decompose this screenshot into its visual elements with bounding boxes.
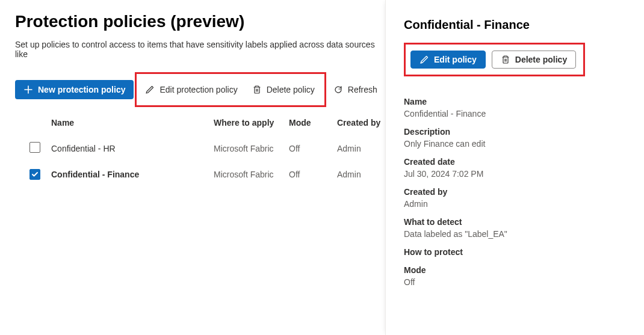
table-row[interactable]: Confidential - HR Microsoft Fabric Off A… (15, 135, 385, 162)
highlighted-toolbar-actions: Edit protection policy Delete policy (135, 72, 326, 107)
panel-title: Confidential - Finance (404, 18, 632, 32)
detail-description-value: Only Finance can edit (404, 139, 632, 149)
detail-what-label: What to detect (404, 217, 632, 227)
main-content: Protection policies (preview) Set up pol… (0, 0, 385, 335)
refresh-button-label: Refresh (348, 85, 377, 94)
trash-icon (501, 55, 510, 64)
row-where: Microsoft Fabric (214, 170, 289, 179)
checkmark-icon (31, 171, 39, 178)
refresh-icon (333, 85, 343, 94)
highlighted-panel-actions: Edit policy Delete policy (404, 43, 585, 76)
col-name-header[interactable]: Name (51, 118, 214, 128)
detail-mode-value: Off (404, 277, 632, 287)
col-created-header[interactable]: Created by (337, 118, 385, 128)
pencil-icon (420, 55, 429, 64)
col-mode-header[interactable]: Mode (289, 118, 337, 128)
edit-policy-button[interactable]: Edit policy (410, 51, 486, 69)
detail-mode-label: Mode (404, 265, 632, 275)
table-header: Name Where to apply Mode Created by (15, 118, 385, 135)
delete-policy-button[interactable]: Delete policy (245, 80, 322, 99)
row-mode: Off (289, 170, 337, 179)
row-created: Admin (337, 144, 385, 153)
row-where: Microsoft Fabric (214, 144, 289, 153)
detail-name-value: Confidential - Finance (404, 109, 632, 118)
detail-created-by-value: Admin (404, 199, 632, 209)
row-name: Confidential - Finance (51, 170, 214, 179)
table-row[interactable]: Confidential - Finance Microsoft Fabric … (15, 162, 385, 187)
detail-created-date-label: Created date (404, 157, 632, 167)
page-subtitle: Set up policies to control access to ite… (15, 40, 385, 59)
pencil-icon (145, 85, 155, 94)
detail-how-label: How to protect (404, 247, 632, 257)
row-checkbox[interactable] (29, 169, 40, 180)
page-title: Protection policies (preview) (15, 12, 385, 31)
new-protection-policy-button[interactable]: New protection policy (15, 80, 134, 99)
detail-created-by-label: Created by (404, 187, 632, 197)
delete-policy-label: Delete policy (515, 55, 567, 64)
plus-icon (23, 85, 33, 94)
refresh-button[interactable]: Refresh (326, 80, 385, 99)
col-where-header[interactable]: Where to apply (214, 118, 289, 128)
row-mode: Off (289, 144, 337, 153)
edit-button-label: Edit protection policy (159, 85, 237, 94)
new-button-label: New protection policy (38, 85, 125, 94)
detail-description-label: Description (404, 127, 632, 137)
row-checkbox[interactable] (29, 142, 40, 153)
detail-what-value: Data labeled as "Label_EA" (404, 229, 632, 239)
detail-created-date-value: Jul 30, 2024 7:02 PM (404, 169, 632, 179)
detail-name-label: Name (404, 97, 632, 106)
details-panel: Confidential - Finance Edit policy Delet… (385, 0, 644, 335)
toolbar: New protection policy Edit protection po… (15, 72, 385, 107)
delete-policy-panel-button[interactable]: Delete policy (492, 51, 576, 69)
trash-icon (252, 85, 262, 94)
delete-button-label: Delete policy (267, 85, 315, 94)
row-name: Confidential - HR (51, 144, 214, 153)
edit-protection-policy-button[interactable]: Edit protection policy (138, 80, 244, 99)
row-created: Admin (337, 170, 385, 179)
edit-policy-label: Edit policy (434, 55, 477, 64)
